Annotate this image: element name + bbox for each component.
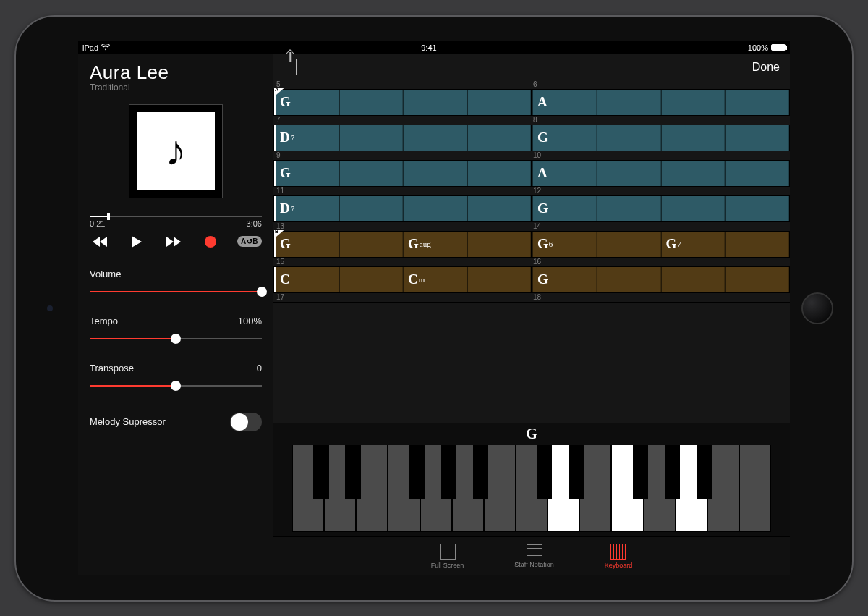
chord-cell[interactable] [339,303,404,303]
black-key[interactable] [697,445,712,499]
black-key[interactable] [537,445,552,499]
chord-cell[interactable] [467,303,532,303]
black-key[interactable] [633,445,648,499]
tab-keyboard[interactable]: Keyboard [605,544,633,569]
chord-cell[interactable] [403,303,467,303]
chord-row[interactable]: GA [273,160,790,187]
chord-cell[interactable]: C [274,267,339,292]
chord-chart[interactable]: 56AGA78D7G910GA1112D7G1314BGGaugG6G71516… [273,80,790,423]
chord-cell[interactable] [403,161,467,186]
album-art[interactable]: ♪ [129,104,223,198]
chord-row[interactable]: AGA [273,89,790,116]
piano-keyboard[interactable] [292,445,771,532]
chord-cell[interactable] [597,303,661,303]
white-key[interactable] [356,445,388,532]
tab-full-screen[interactable]: Full Screen [431,544,464,569]
chord-cell[interactable]: G [532,196,597,221]
white-key[interactable] [707,445,739,532]
chord-cell[interactable]: A [532,161,597,186]
transpose-slider[interactable] [90,381,262,391]
chord-row[interactable] [273,302,790,303]
black-key[interactable] [665,445,680,499]
chord-cell[interactable] [725,196,789,221]
chord-cell[interactable] [725,161,789,186]
chord-cell[interactable]: Gaug [403,232,467,257]
black-key[interactable] [473,445,488,499]
chord-cell[interactable] [339,196,404,221]
tempo-slider[interactable] [90,334,262,344]
chord-cell[interactable] [597,267,661,292]
chord-cell[interactable] [339,125,404,151]
chord-cell[interactable] [274,303,339,303]
chord-row[interactable]: D7G [273,195,790,222]
chord-cell[interactable]: A [532,90,597,115]
black-key[interactable] [345,445,360,499]
black-key[interactable] [441,445,456,499]
chord-cell[interactable] [725,90,789,115]
rewind-button[interactable] [90,234,110,250]
chord-row[interactable]: CCmG [273,266,790,293]
chord-cell[interactable] [339,232,404,257]
chord-cell[interactable] [467,267,532,292]
chord-cell[interactable] [597,196,661,221]
chord-cell[interactable] [339,90,404,115]
chord-cell[interactable] [597,232,661,257]
white-key[interactable] [484,445,516,532]
status-device: iPad [82,43,98,52]
chord-cell[interactable] [725,232,789,257]
chord-cell[interactable]: G [274,161,339,186]
done-button[interactable]: Done [752,61,780,74]
camera-dot [47,305,53,311]
ab-loop-button[interactable]: A↺B [237,236,262,247]
chord-cell[interactable] [725,303,789,303]
chord-cell[interactable]: G7 [661,232,726,257]
black-key[interactable] [569,445,584,499]
black-key[interactable] [409,445,425,499]
chord-cell[interactable] [661,161,726,186]
chord-cell[interactable]: D7 [274,125,339,151]
chord-cell[interactable] [597,161,661,186]
melody-suppressor-toggle[interactable] [230,413,262,431]
chord-cell[interactable]: G [532,267,597,292]
chord-cell[interactable] [661,267,726,292]
chord-cell[interactable] [467,196,532,221]
home-button[interactable] [801,292,833,324]
chord-cell[interactable] [467,161,532,186]
volume-slider[interactable] [90,287,262,297]
chord-cell[interactable]: G [274,90,339,115]
chord-cell[interactable] [403,90,467,115]
chord-cell[interactable] [597,125,661,151]
chord-cell[interactable] [532,303,597,303]
chord-cell[interactable] [725,267,789,292]
chord-cell[interactable] [467,125,532,151]
chord-row[interactable]: D7G [273,125,790,151]
white-key[interactable] [579,445,611,532]
chord-cell[interactable]: G [532,125,597,151]
tab-staff-notation[interactable]: Staff Notation [514,544,553,568]
play-button[interactable] [127,234,147,250]
chord-cell[interactable] [467,90,532,115]
chord-cell[interactable]: D7 [274,196,339,221]
chord-cell[interactable] [661,90,726,115]
chord-cell[interactable] [597,90,661,115]
progress-bar[interactable]: 0:21 3:06 [90,216,262,228]
chord-cell[interactable]: G [274,232,339,257]
chord-cell[interactable]: G6 [532,232,597,257]
fast-forward-button[interactable] [163,234,184,250]
chord-cell[interactable]: Cm [403,267,467,292]
chord-cell[interactable] [661,125,726,151]
chord-cell[interactable] [403,196,467,221]
chord-cell[interactable] [467,232,532,257]
chord-cell[interactable] [661,303,726,303]
chord-row[interactable]: BGGaugG6G7 [273,231,790,258]
black-key[interactable] [313,445,328,499]
chord-cell[interactable] [339,267,404,292]
chord-cell[interactable] [403,125,467,151]
chord-cell[interactable] [661,196,726,221]
chord-cell[interactable] [725,125,789,151]
record-button[interactable] [200,234,221,250]
share-icon[interactable] [284,59,297,75]
chord-cell[interactable] [339,161,404,186]
white-key[interactable] [739,445,771,532]
ipad-frame: iPad 9:41 100% Aura Lee Traditional ♪ [14,15,854,602]
